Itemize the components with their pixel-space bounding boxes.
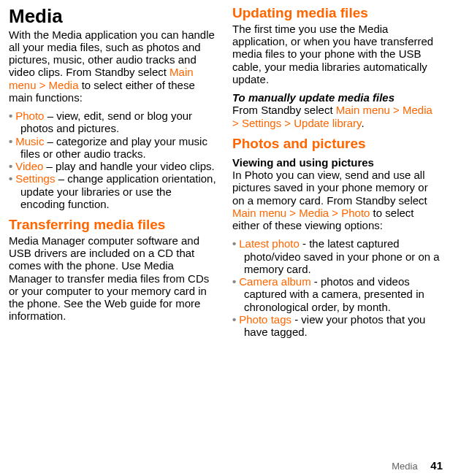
heading-updating: Updating media files	[232, 6, 441, 21]
bullet-icon: •	[9, 172, 15, 185]
footer-page-number: 41	[430, 459, 443, 472]
manual-update-paragraph: From Standby select Main menu > Media > …	[232, 104, 441, 129]
footer-section: Media	[392, 461, 417, 472]
list-item: •Latest photo - the latest captured phot…	[232, 237, 441, 275]
list-item: •Video – play and handle your video clip…	[9, 160, 218, 172]
item-key: Camera album	[239, 275, 310, 288]
list-item: •Settings – change application orientati…	[9, 172, 218, 210]
media-functions-list: •Photo – view, edit, send or blog your p…	[9, 110, 218, 210]
manual-text-b: .	[361, 117, 364, 129]
subheading-manual-update: To manually update media files	[232, 91, 441, 104]
view-text-a: In Photo you can view, send and use all …	[232, 169, 428, 207]
list-item: •Music – categorize and play your music …	[9, 135, 218, 161]
item-key: Video	[15, 160, 43, 172]
left-column: Media With the Media application you can…	[9, 6, 218, 454]
bullet-icon: •	[9, 135, 15, 147]
list-item: •Photo tags - view your photos that you …	[232, 313, 441, 339]
item-key: Latest photo	[239, 237, 300, 250]
right-column: Updating media files The first time you …	[232, 6, 441, 454]
update-paragraph: The first time you use the Media applica…	[232, 23, 441, 85]
manual-text-a: From Standby select	[232, 104, 336, 116]
heading-photos: Photos and pictures	[232, 137, 441, 152]
item-desc: – play and handle your video clips.	[43, 160, 214, 172]
bullet-icon: •	[9, 110, 15, 122]
list-item: •Camera album - photos and videos captur…	[232, 275, 441, 313]
page-footer: Media 41	[392, 459, 443, 472]
bullet-icon: •	[9, 160, 15, 172]
item-key: Settings	[15, 172, 55, 185]
list-item: •Photo – view, edit, send or blog your p…	[9, 110, 218, 135]
item-key: Photo	[15, 110, 44, 122]
viewing-paragraph: In Photo you can view, send and use all …	[232, 169, 441, 231]
bullet-icon: •	[232, 237, 239, 250]
viewing-options-list: •Latest photo - the latest captured phot…	[232, 237, 441, 338]
item-desc: – categorize and play your music files o…	[20, 135, 207, 160]
bullet-icon: •	[232, 275, 239, 288]
transfer-paragraph: Media Manager computer software and USB …	[9, 234, 218, 323]
view-menu-path: Main menu > Media > Photo	[232, 207, 370, 219]
intro-paragraph: With the Media application you can handl…	[9, 28, 218, 104]
subheading-viewing: Viewing and using pictures	[232, 156, 441, 169]
page-content: Media With the Media application you can…	[0, 0, 450, 454]
item-desc: – view, edit, send or blog your photos a…	[20, 110, 192, 134]
heading-media: Media	[9, 6, 218, 27]
item-key: Photo tags	[239, 313, 291, 326]
heading-transferring: Transferring media files	[9, 218, 218, 233]
bullet-icon: •	[232, 313, 239, 326]
item-key: Music	[15, 135, 44, 147]
